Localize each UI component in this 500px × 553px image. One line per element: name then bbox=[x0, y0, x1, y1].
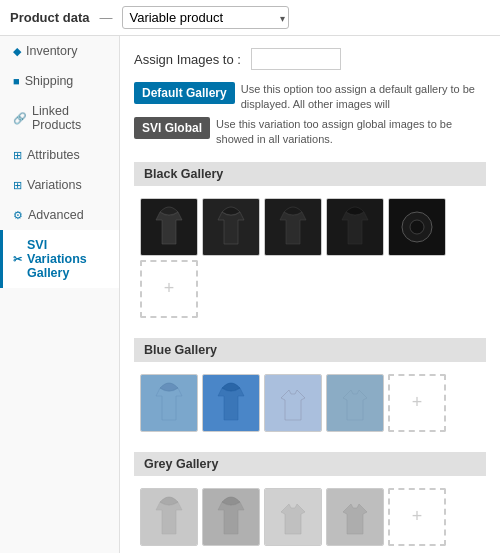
gallery-add-button-blue[interactable]: + bbox=[388, 374, 446, 432]
product-data-label: Product data bbox=[10, 10, 89, 25]
gallery-header-black: Black Gallery bbox=[134, 162, 486, 186]
gallery-section-grey: Grey Gallery bbox=[134, 452, 486, 552]
attributes-icon: ⊞ bbox=[13, 149, 22, 162]
gallery-image[interactable] bbox=[140, 488, 198, 546]
main-layout: ◆ Inventory ■ Shipping 🔗 Linked Products… bbox=[0, 36, 500, 553]
gallery-section-blue: Blue Gallery bbox=[134, 338, 486, 438]
sidebar-item-advanced[interactable]: ⚙ Advanced bbox=[0, 200, 119, 230]
svi-global-row: SVI Global Use this variation too assign… bbox=[134, 117, 486, 148]
link-icon: 🔗 bbox=[13, 112, 27, 125]
default-gallery-button[interactable]: Default Gallery bbox=[134, 82, 235, 104]
gallery-images-grey: + bbox=[134, 482, 486, 552]
product-data-header: Product data — Variable product Simple p… bbox=[0, 0, 500, 36]
inventory-icon: ◆ bbox=[13, 45, 21, 58]
svi-global-desc: Use this variation too assign global ima… bbox=[216, 117, 486, 148]
sidebar-item-label: Advanced bbox=[28, 208, 84, 222]
plus-icon: + bbox=[412, 392, 423, 413]
gallery-image[interactable] bbox=[264, 374, 322, 432]
page-wrapper: Product data — Variable product Simple p… bbox=[0, 0, 500, 553]
default-gallery-desc: Use this option too assign a default gal… bbox=[241, 82, 486, 113]
gallery-header-blue: Blue Gallery bbox=[134, 338, 486, 362]
gallery-image[interactable] bbox=[202, 374, 260, 432]
sidebar-item-label: Variations bbox=[27, 178, 82, 192]
assign-images-row: Assign Images to : bbox=[134, 48, 486, 70]
product-type-select[interactable]: Variable product Simple product Grouped … bbox=[122, 6, 289, 29]
buttons-row: Default Gallery Use this option too assi… bbox=[134, 82, 486, 148]
product-data-dash: — bbox=[99, 10, 112, 25]
gallery-image[interactable] bbox=[326, 198, 384, 256]
assign-images-label: Assign Images to : bbox=[134, 52, 241, 67]
sidebar-item-svi-variations[interactable]: ✂ SVI Variations Gallery bbox=[0, 230, 119, 288]
sidebar-item-label: Attributes bbox=[27, 148, 80, 162]
sidebar-item-linked-products[interactable]: 🔗 Linked Products bbox=[0, 96, 119, 140]
sidebar-item-variations[interactable]: ⊞ Variations bbox=[0, 170, 119, 200]
sidebar-item-attributes[interactable]: ⊞ Attributes bbox=[0, 140, 119, 170]
gallery-image[interactable] bbox=[202, 488, 260, 546]
sidebar-item-label: SVI Variations Gallery bbox=[27, 238, 109, 280]
sidebar-item-label: Shipping bbox=[25, 74, 74, 88]
assign-images-input[interactable] bbox=[251, 48, 341, 70]
gallery-section-black: Black Gallery bbox=[134, 162, 486, 324]
sidebar-item-label: Linked Products bbox=[32, 104, 109, 132]
gallery-image[interactable] bbox=[326, 488, 384, 546]
gallery-images-black: + bbox=[134, 192, 486, 324]
gallery-image[interactable] bbox=[140, 198, 198, 256]
gallery-add-button-grey[interactable]: + bbox=[388, 488, 446, 546]
gallery-images-blue: + bbox=[134, 368, 486, 438]
plus-icon: + bbox=[164, 278, 175, 299]
gallery-image[interactable] bbox=[264, 198, 322, 256]
shipping-icon: ■ bbox=[13, 75, 20, 87]
sidebar-item-shipping[interactable]: ■ Shipping bbox=[0, 66, 119, 96]
gallery-image[interactable] bbox=[264, 488, 322, 546]
svi-global-button[interactable]: SVI Global bbox=[134, 117, 210, 139]
gallery-image[interactable] bbox=[202, 198, 260, 256]
product-type-select-wrapper[interactable]: Variable product Simple product Grouped … bbox=[122, 6, 289, 29]
gallery-add-button-black[interactable]: + bbox=[140, 260, 198, 318]
scissors-icon: ✂ bbox=[13, 253, 22, 266]
sidebar-item-label: Inventory bbox=[26, 44, 77, 58]
plus-icon: + bbox=[412, 506, 423, 527]
gallery-image[interactable] bbox=[388, 198, 446, 256]
sidebar: ◆ Inventory ■ Shipping 🔗 Linked Products… bbox=[0, 36, 120, 553]
content-area: Assign Images to : Default Gallery Use t… bbox=[120, 36, 500, 553]
gallery-header-grey: Grey Gallery bbox=[134, 452, 486, 476]
default-gallery-row: Default Gallery Use this option too assi… bbox=[134, 82, 486, 113]
sidebar-item-inventory[interactable]: ◆ Inventory bbox=[0, 36, 119, 66]
gallery-image[interactable] bbox=[326, 374, 384, 432]
gallery-image[interactable] bbox=[140, 374, 198, 432]
advanced-icon: ⚙ bbox=[13, 209, 23, 222]
svg-point-1 bbox=[410, 220, 424, 234]
variations-icon: ⊞ bbox=[13, 179, 22, 192]
